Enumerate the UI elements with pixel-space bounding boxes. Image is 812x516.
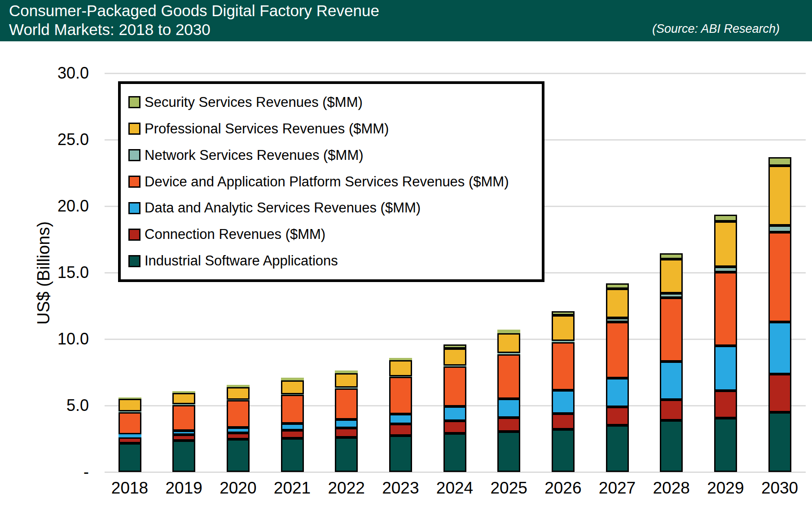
legend-label-connection: Connection Revenues ($MM) <box>145 226 325 243</box>
legend-box: Security Services Revenues ($MM)Professi… <box>118 81 544 282</box>
bar-segment-2029-data_analytics <box>714 346 737 391</box>
bar-segment-2023-industrial_software <box>389 436 412 472</box>
bar-segment-2022-connection <box>335 428 358 437</box>
bar-segment-2025-data_analytics <box>497 399 520 417</box>
legend-item-device_platform: Device and Application Platform Services… <box>128 174 542 190</box>
bar-segment-2026-device_platform <box>552 342 575 390</box>
bar-segment-2018-device_platform <box>119 412 141 434</box>
bar-segment-2018-data_analytics <box>119 434 141 437</box>
bar-segment-2028-device_platform <box>660 298 683 362</box>
bar-segment-2026-security <box>552 311 575 315</box>
legend-label-professional: Professional Services Revenues ($MM) <box>145 121 389 137</box>
legend-swatch-connection <box>128 229 140 241</box>
bar-segment-2020-connection <box>227 433 250 440</box>
bar-segment-2028-data_analytics <box>660 362 683 399</box>
bar-segment-2020-device_platform <box>227 400 250 428</box>
y-axis-tick-label-15: 15.0 <box>26 264 89 281</box>
bar-segment-2028-connection <box>660 400 683 420</box>
legend-swatch-professional <box>128 123 140 135</box>
bar-segment-2030-connection <box>768 374 791 412</box>
bar-2027 <box>606 283 629 472</box>
chart-title: Consumer-Packaged Goods Digital Factory … <box>9 1 379 39</box>
bar-segment-2027-professional <box>606 289 629 318</box>
bar-2021 <box>281 378 304 472</box>
bar-segment-2020-industrial_software <box>227 439 250 472</box>
source-credit: (Source: ABI Research) <box>652 22 780 36</box>
bar-segment-2030-network <box>768 225 791 232</box>
bar-segment-2019-data_analytics <box>172 431 195 435</box>
bar-segment-2026-connection <box>552 414 575 430</box>
legend-item-professional: Professional Services Revenues ($MM) <box>128 121 542 137</box>
legend-item-connection: Connection Revenues ($MM) <box>128 226 542 243</box>
bar-segment-2025-connection <box>497 418 520 432</box>
bar-segment-2028-security <box>660 253 683 259</box>
bar-segment-2024-professional <box>443 348 466 366</box>
bar-segment-2030-professional <box>768 166 791 225</box>
bar-2028 <box>660 253 683 472</box>
bar-segment-2021-industrial_software <box>281 438 304 472</box>
bar-segment-2029-security <box>714 215 737 221</box>
bar-segment-2029-connection <box>714 391 737 418</box>
gridline-30 <box>105 73 806 74</box>
bar-2020 <box>227 385 250 472</box>
bar-segment-2027-connection <box>606 407 629 425</box>
bar-segment-2029-device_platform <box>714 272 737 346</box>
bar-2026 <box>552 311 575 472</box>
chart-header: Consumer-Packaged Goods Digital Factory … <box>0 0 812 41</box>
chart-title-line2: World Markets: 2018 to 2030 <box>9 20 379 39</box>
bar-segment-2027-industrial_software <box>606 425 629 472</box>
bar-segment-2022-professional <box>335 373 358 388</box>
bar-segment-2029-industrial_software <box>714 418 737 472</box>
chart-title-line1: Consumer-Packaged Goods Digital Factory … <box>9 1 379 20</box>
bar-segment-2020-professional <box>227 387 250 400</box>
legend-item-network: Network Services Revenues ($MM) <box>128 147 542 163</box>
bar-segment-2030-industrial_software <box>768 412 791 472</box>
bar-segment-2024-security <box>443 344 466 348</box>
bar-2023 <box>389 358 412 472</box>
bar-segment-2024-data_analytics <box>443 406 466 421</box>
bar-segment-2025-security <box>497 330 520 333</box>
bar-segment-2029-professional <box>714 221 737 267</box>
bar-segment-2019-device_platform <box>172 405 195 431</box>
legend-swatch-device_platform <box>128 176 140 188</box>
bar-2022 <box>335 370 358 472</box>
bar-segment-2030-data_analytics <box>768 322 791 375</box>
bar-segment-2027-network <box>606 318 629 322</box>
bar-segment-2018-connection <box>119 437 141 443</box>
bar-segment-2023-professional <box>389 360 412 376</box>
bar-segment-2025-professional <box>497 333 520 353</box>
bar-segment-2022-device_platform <box>335 388 358 420</box>
bar-segment-2019-connection <box>172 435 195 441</box>
y-axis-tick-label-0: - <box>26 463 89 481</box>
legend-label-data_analytics: Data and Analytic Services Revenues ($MM… <box>145 200 421 216</box>
bar-segment-2028-industrial_software <box>660 420 683 472</box>
bar-segment-2021-professional <box>281 380 304 394</box>
x-axis-label-2030: 2030 <box>744 479 812 498</box>
y-axis-tick-label-30: 30.0 <box>26 65 89 82</box>
bar-segment-2025-device_platform <box>497 354 520 399</box>
legend-label-industrial_software: Industrial Software Applications <box>145 253 338 269</box>
bar-segment-2018-industrial_software <box>119 443 141 472</box>
bar-segment-2024-connection <box>443 421 466 433</box>
bar-segment-2020-data_analytics <box>227 428 250 433</box>
bar-segment-2023-device_platform <box>389 377 412 414</box>
bar-segment-2024-device_platform <box>443 366 466 406</box>
bar-2018 <box>119 397 141 472</box>
y-axis-tick-label-25: 25.0 <box>26 131 89 148</box>
bar-segment-2021-data_analytics <box>281 423 304 430</box>
bar-segment-2027-security <box>606 283 629 289</box>
bar-2019 <box>172 391 195 472</box>
bar-segment-2029-network <box>714 267 737 272</box>
legend-swatch-data_analytics <box>128 202 140 214</box>
bar-segment-2026-data_analytics <box>552 390 575 414</box>
y-axis-tick-label-10: 10.0 <box>26 331 89 348</box>
bar-segment-2019-professional <box>172 393 195 404</box>
bar-2025 <box>497 330 520 472</box>
bar-segment-2027-data_analytics <box>606 378 629 407</box>
bar-2024 <box>443 344 466 472</box>
legend-label-security: Security Services Revenues ($MM) <box>145 94 363 110</box>
bar-segment-2022-data_analytics <box>335 419 358 428</box>
chart-page: Consumer-Packaged Goods Digital Factory … <box>0 0 812 516</box>
bar-segment-2025-industrial_software <box>497 432 520 472</box>
bar-segment-2027-device_platform <box>606 322 629 379</box>
